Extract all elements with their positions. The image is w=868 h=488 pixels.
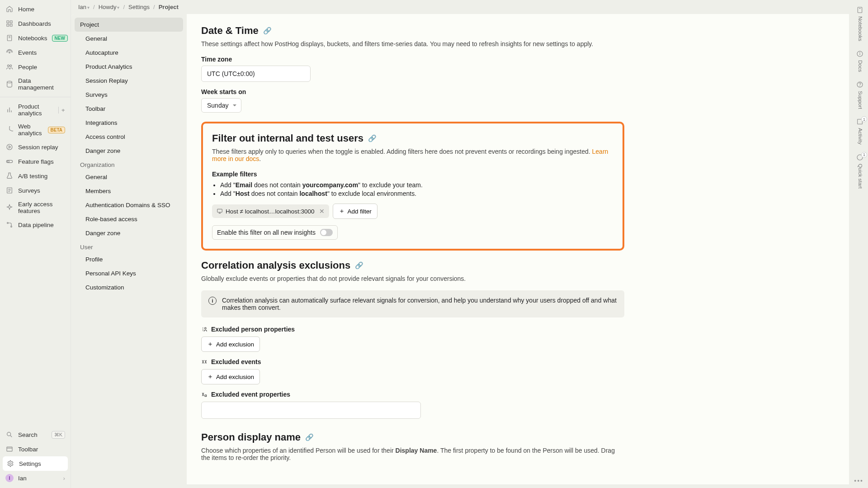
nav-label: Settings xyxy=(19,460,41,467)
sn-project[interactable]: Project xyxy=(75,18,183,32)
excluded-event-props-input[interactable] xyxy=(201,402,421,419)
sn-toolbar[interactable]: Toolbar xyxy=(75,102,183,116)
sn-general[interactable]: General xyxy=(75,32,183,46)
person-property-icon xyxy=(201,326,208,332)
nav-people[interactable]: People xyxy=(0,60,71,74)
sn-danger-zone[interactable]: Danger zone xyxy=(75,144,183,158)
chevron-down-icon: ▾ xyxy=(87,5,90,10)
rail-support[interactable]: Support xyxy=(856,81,864,109)
monitor-icon xyxy=(217,208,223,214)
crumb-page: Project xyxy=(159,4,179,10)
pie-icon xyxy=(5,126,14,134)
link-icon[interactable]: 🔗 xyxy=(368,134,377,142)
crumb-project[interactable]: Howdy▾ xyxy=(99,4,120,10)
sn-autocapture[interactable]: Autocapture xyxy=(75,46,183,60)
nav-early-access[interactable]: Early access features xyxy=(0,198,71,218)
nav-label: Feature flags xyxy=(18,158,54,165)
date-time-title: Date & Time 🔗 xyxy=(201,25,624,37)
toggle-label: Enable this filter on all new insights xyxy=(217,229,316,236)
sn-user-heading: User xyxy=(75,240,183,252)
rail-quick-start[interactable]: 1 Quick start xyxy=(856,154,864,189)
nav-data-management[interactable]: Data management xyxy=(0,74,71,94)
event-property-icon xyxy=(201,391,208,398)
sn-customization[interactable]: Customization xyxy=(75,280,183,294)
nav-label: Early access features xyxy=(18,201,65,214)
rail-activity[interactable]: 1 Activity xyxy=(856,118,864,144)
week-select[interactable]: Sunday xyxy=(201,98,241,113)
link-icon[interactable]: 🔗 xyxy=(305,433,314,441)
nav-session-replay[interactable]: Session replay xyxy=(0,140,71,154)
sn-session-replay[interactable]: Session Replay xyxy=(75,74,183,88)
info-banner: i Correlation analysis can automatically… xyxy=(201,290,624,317)
svg-rect-2 xyxy=(7,24,9,26)
svg-point-7 xyxy=(9,52,10,53)
svg-point-28 xyxy=(205,327,207,329)
nav-settings[interactable]: Settings xyxy=(3,456,68,471)
nav-feature-flags[interactable]: Feature flags xyxy=(0,154,71,169)
svg-point-19 xyxy=(11,226,12,227)
close-icon[interactable]: ✕ xyxy=(319,208,325,215)
nav-toolbar[interactable]: Toolbar xyxy=(0,442,71,456)
sn-profile[interactable]: Profile xyxy=(75,252,183,266)
sn-product-analytics[interactable]: Product Analytics xyxy=(75,60,183,74)
right-rail: Notebooks Docs Support 1 Activity 1 Quic… xyxy=(853,0,868,488)
nav-dashboards[interactable]: Dashboards xyxy=(0,16,71,31)
settings-nav: Project General Autocapture Product Anal… xyxy=(71,14,187,484)
activity-icon: 1 xyxy=(856,118,864,126)
sn-org-general[interactable]: General xyxy=(75,170,183,184)
nav-label: Data management xyxy=(18,77,65,91)
dashboard-icon xyxy=(5,19,14,28)
sn-integrations[interactable]: Integrations xyxy=(75,116,183,130)
sn-members[interactable]: Members xyxy=(75,184,183,198)
avatar: I xyxy=(5,474,14,482)
rail-notebooks[interactable]: Notebooks xyxy=(856,6,864,41)
crumb-area[interactable]: Settings xyxy=(128,4,150,10)
chevron-down-icon: ▾ xyxy=(117,5,119,10)
nav-events[interactable]: Events xyxy=(0,45,71,60)
svg-point-24 xyxy=(9,463,11,464)
link-icon[interactable]: 🔗 xyxy=(263,27,272,35)
excluded-events-head: Excluded events xyxy=(201,358,624,365)
nav-search[interactable]: Search ⌘K xyxy=(0,427,71,442)
sn-org-danger[interactable]: Danger zone xyxy=(75,226,183,240)
sn-auth-sso[interactable]: Authentication Domains & SSO xyxy=(75,198,183,212)
nav-ab-testing[interactable]: A/B testing xyxy=(0,169,71,183)
sn-surveys[interactable]: Surveys xyxy=(75,88,183,102)
database-icon xyxy=(5,80,14,88)
crumb-org[interactable]: Ian▾ xyxy=(78,4,90,10)
add-exclusion-button[interactable]: ＋ Add exclusion xyxy=(201,336,260,352)
nav-notebooks[interactable]: Notebooks NEW xyxy=(0,31,71,45)
nav-label: Ian xyxy=(18,475,27,482)
filter-chip[interactable]: Host ≠ localhost…localhost:3000 ✕ xyxy=(212,204,329,218)
nav-label: Session replay xyxy=(18,144,58,151)
people-icon xyxy=(5,63,14,71)
sn-rbac[interactable]: Role-based access xyxy=(75,212,183,226)
toggle-icon xyxy=(5,157,14,166)
add-filter-button[interactable]: ＋ Add filter xyxy=(333,204,377,219)
toolbar-icon xyxy=(5,445,14,453)
svg-point-14 xyxy=(7,144,12,150)
person-display-desc: Choose which properties of an identified… xyxy=(201,447,624,461)
nav-product-analytics[interactable]: Product analytics + xyxy=(0,100,71,120)
nav-label: A/B testing xyxy=(18,173,47,180)
svg-rect-30 xyxy=(858,7,862,13)
nav-user[interactable]: I Ian › xyxy=(0,471,71,485)
info-icon: i xyxy=(208,297,217,305)
nav-label: Toolbar xyxy=(18,446,38,453)
add-exclusion-button[interactable]: ＋ Add exclusion xyxy=(201,369,260,384)
svg-rect-29 xyxy=(205,395,207,397)
plus-icon[interactable]: + xyxy=(58,107,65,114)
sn-api-keys[interactable]: Personal API Keys xyxy=(75,266,183,280)
nav-home[interactable]: Home xyxy=(0,2,71,16)
more-icon[interactable]: ••• xyxy=(854,477,863,484)
plus-icon: ＋ xyxy=(339,207,345,215)
nav-web-analytics[interactable]: Web analytics BETA xyxy=(0,120,71,140)
link-icon[interactable]: 🔗 xyxy=(355,261,363,270)
nav-data-pipeline[interactable]: Data pipeline xyxy=(0,218,71,232)
nav-surveys[interactable]: Surveys xyxy=(0,183,71,198)
sn-access-control[interactable]: Access control xyxy=(75,130,183,144)
timezone-select[interactable]: UTC (UTC±0:00) xyxy=(201,66,311,82)
rail-docs[interactable]: Docs xyxy=(856,50,864,72)
info-icon xyxy=(856,50,864,58)
toggle-switch[interactable] xyxy=(320,229,333,236)
